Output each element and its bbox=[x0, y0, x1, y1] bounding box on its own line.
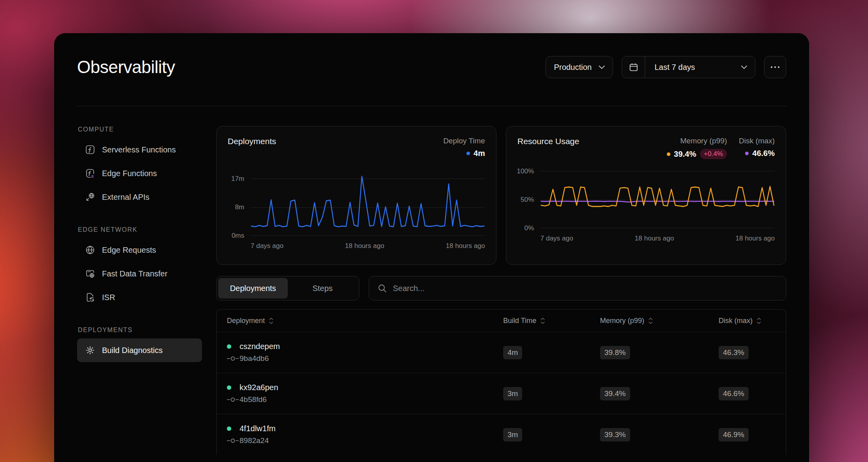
disk-badge: 46.6% bbox=[719, 387, 749, 400]
page-title: Observability bbox=[77, 57, 175, 77]
observability-panel: Observability Production Last 7 days bbox=[54, 33, 809, 462]
resource-chart-plot: 100% 50% 0% bbox=[540, 171, 775, 228]
edge-function-icon: E bbox=[85, 168, 95, 178]
deployment-name: 4f1dlw1fm bbox=[240, 424, 275, 433]
build-time-badge: 4m bbox=[503, 346, 522, 359]
sidebar-item-label: ISR bbox=[102, 293, 115, 302]
commit-icon bbox=[227, 356, 240, 361]
sidebar-item-edge-functions[interactable]: E Edge Functions bbox=[77, 162, 202, 185]
sidebar-item-serverless-functions[interactable]: Serverless Functions bbox=[77, 138, 202, 162]
resource-card-title: Resource Usage bbox=[517, 137, 579, 146]
sidebar-section-compute: COMPUTE bbox=[77, 126, 202, 133]
resource-line-chart bbox=[541, 165, 774, 228]
status-dot bbox=[227, 385, 231, 390]
sort-icon bbox=[269, 317, 274, 324]
globe-icon bbox=[85, 245, 95, 255]
deployment-name: kx92a6pen bbox=[240, 383, 278, 392]
more-options-button[interactable] bbox=[764, 56, 786, 78]
resource-usage-chart-card: Resource Usage Memory (p99) 39.4% +0.4% bbox=[506, 126, 786, 265]
x-tick-label: 7 days ago bbox=[540, 235, 573, 242]
build-time-badge: 3m bbox=[503, 428, 522, 441]
sort-icon bbox=[757, 317, 761, 324]
sidebar-item-external-apis[interactable]: External APIs bbox=[77, 185, 202, 209]
disk-legend-label: Disk (max) bbox=[739, 137, 775, 145]
column-header-build-time[interactable]: Build Time bbox=[503, 317, 600, 325]
status-dot bbox=[227, 344, 231, 349]
header: Observability Production Last 7 days bbox=[77, 33, 786, 78]
sidebar-item-isr[interactable]: ISR bbox=[77, 285, 202, 309]
table-row[interactable]: kx92a6pen 4b58fd6 3m 39.4% 46.6% bbox=[217, 373, 786, 414]
x-tick-label: 7 days ago bbox=[251, 242, 283, 250]
commit-hash: 8982a24 bbox=[240, 436, 269, 445]
transfer-icon bbox=[85, 269, 95, 279]
gear-icon bbox=[85, 345, 95, 355]
svg-text:E: E bbox=[91, 174, 94, 178]
function-icon bbox=[85, 145, 95, 155]
table-header-row: Deployment Build Time Memory (p99) Disk … bbox=[217, 310, 786, 332]
disk-legend-dot bbox=[745, 152, 749, 155]
commit-icon bbox=[227, 397, 240, 402]
date-range-label: Last 7 days bbox=[645, 63, 741, 72]
memory-badge: 39.3% bbox=[600, 428, 630, 441]
commit-icon bbox=[227, 438, 240, 443]
ellipsis-icon bbox=[770, 66, 780, 68]
search-icon bbox=[378, 284, 387, 293]
deployments-card-title: Deployments bbox=[228, 137, 276, 146]
deployments-table: Deployment Build Time Memory (p99) Disk … bbox=[216, 309, 786, 455]
header-controls: Production Last 7 days bbox=[545, 56, 786, 78]
sidebar-item-label: Edge Functions bbox=[102, 169, 157, 178]
commit-hash: 9ba4db6 bbox=[240, 354, 269, 363]
tab-steps[interactable]: Steps bbox=[288, 278, 357, 299]
memory-delta-badge: +0.4% bbox=[700, 149, 727, 159]
table-row[interactable]: cszndepem 9ba4db6 4m 39.8% 46.3% bbox=[217, 332, 786, 373]
status-dot bbox=[227, 426, 231, 431]
sidebar-item-edge-requests[interactable]: Edge Requests bbox=[77, 238, 202, 262]
sidebar-item-label: Serverless Functions bbox=[102, 145, 176, 154]
disk-badge: 46.9% bbox=[719, 428, 749, 441]
commit-hash: 4b58fd6 bbox=[240, 395, 267, 404]
environment-label: Production bbox=[554, 63, 592, 72]
disk-legend-value: 46.6% bbox=[752, 149, 775, 158]
build-time-badge: 3m bbox=[503, 387, 522, 400]
deployment-name: cszndepem bbox=[240, 342, 280, 351]
memory-legend-label: Memory (p99) bbox=[667, 137, 727, 145]
tab-deployments[interactable]: Deployments bbox=[218, 278, 288, 299]
x-tick-label: 18 hours ago bbox=[446, 242, 485, 250]
environment-selector[interactable]: Production bbox=[545, 56, 613, 78]
chevron-down-icon bbox=[599, 66, 605, 69]
chevron-down-icon bbox=[741, 66, 755, 69]
column-header-deployment[interactable]: Deployment bbox=[227, 317, 503, 325]
sidebar-item-label: External APIs bbox=[102, 193, 149, 202]
y-tick-label: 100% bbox=[517, 167, 534, 175]
external-api-icon bbox=[85, 192, 95, 202]
x-tick-label: 18 hours ago bbox=[736, 235, 775, 242]
y-tick-label: 8m bbox=[235, 203, 244, 211]
deploy-time-legend-dot bbox=[466, 152, 470, 155]
isr-refresh-icon bbox=[85, 292, 95, 302]
table-row[interactable]: 4f1dlw1fm 8982a24 3m 39.3% 46.9% bbox=[217, 414, 786, 455]
calendar-icon bbox=[622, 56, 645, 78]
sidebar-item-label: Build Diagnostics bbox=[102, 346, 162, 355]
sidebar-item-label: Fast Data Transfer bbox=[102, 269, 168, 278]
sidebar-item-fast-data-transfer[interactable]: Fast Data Transfer bbox=[77, 262, 202, 285]
sidebar-section-edge-network: EDGE NETWORK bbox=[77, 226, 202, 233]
sidebar-item-label: Edge Requests bbox=[102, 246, 156, 255]
memory-legend-value: 39.4% bbox=[674, 150, 696, 159]
column-header-disk[interactable]: Disk (max) bbox=[719, 317, 776, 325]
memory-badge: 39.8% bbox=[600, 346, 630, 359]
disk-badge: 46.3% bbox=[719, 346, 749, 359]
view-tabs: Deployments Steps bbox=[216, 276, 359, 300]
deployments-chart-card: Deployments Deploy Time 4m bbox=[216, 126, 496, 265]
y-tick-label: 0% bbox=[524, 224, 534, 232]
deploy-time-legend-value: 4m bbox=[474, 149, 485, 158]
sort-icon bbox=[540, 317, 545, 324]
y-tick-label: 50% bbox=[521, 196, 534, 204]
memory-legend-dot bbox=[667, 152, 670, 156]
y-tick-label: 0ms bbox=[232, 232, 244, 240]
column-header-memory[interactable]: Memory (p99) bbox=[600, 317, 719, 325]
header-divider bbox=[77, 106, 786, 106]
search-input[interactable] bbox=[393, 284, 777, 293]
sidebar-section-deployments: DEPLOYMENTS bbox=[77, 327, 202, 334]
sidebar-item-build-diagnostics[interactable]: Build Diagnostics bbox=[77, 338, 202, 362]
date-range-selector[interactable]: Last 7 days bbox=[622, 56, 755, 78]
